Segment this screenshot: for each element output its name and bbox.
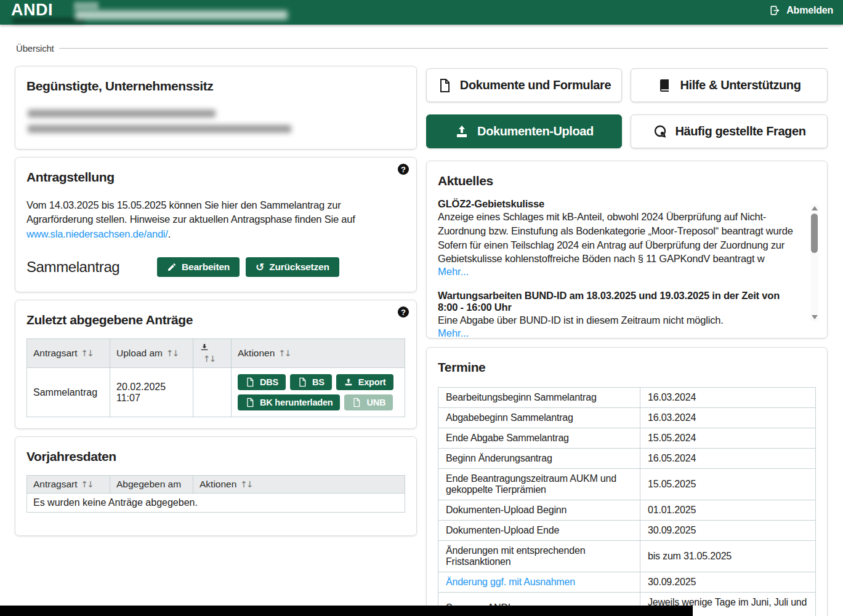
cell-download xyxy=(193,368,232,417)
redacted-logo-subtitle xyxy=(12,18,85,23)
sort-icon: ↑↓ xyxy=(203,354,215,364)
sammelantrag-row: Sammelantrag Bearbeiten ↺ Zurücksetzen xyxy=(26,257,405,277)
news-more-link[interactable]: Mehr... xyxy=(438,266,469,277)
appointment-label: Beginn Änderungsantrag xyxy=(438,449,640,469)
news-headline: GLÖZ2-Gebietskulisse xyxy=(438,198,800,210)
news-title: Aktuelles xyxy=(438,174,816,188)
app-logo[interactable]: ANDI xyxy=(11,1,53,19)
bs-button[interactable]: BS xyxy=(290,374,332,390)
appointment-value: 16.03.2024 xyxy=(640,408,816,428)
previous-year-card: Vorjahresdaten Antragsart↑↓ Abgegeben am… xyxy=(15,436,417,536)
news-item: GLÖZ2-Gebietskulisse Anzeige eines Schla… xyxy=(438,198,800,278)
col-label: Aktionen xyxy=(238,348,275,358)
appointment-label: Dokumenten-Upload Beginn xyxy=(438,500,640,521)
table-row: Es wurden keine Anträge abgegeben. xyxy=(27,494,405,513)
table-row: Ende Abgabe Sammelantrag15.05.2024 xyxy=(438,428,816,449)
table-row: Abgabebeginn Sammelantrag16.03.2024 xyxy=(438,408,816,428)
sort-icon: ↑↓ xyxy=(240,479,252,489)
document-upload-button[interactable]: Dokumenten-Upload xyxy=(426,114,622,148)
news-body: Anzeige eines Schlages mit kB-Anteil, ob… xyxy=(438,210,800,266)
bk-download-button[interactable]: BK herunterladen xyxy=(238,394,340,410)
previous-year-table: Antragsart↑↓ Abgegeben am Aktionen↑↓ Es … xyxy=(26,475,405,513)
col-header-aktionen[interactable]: Aktionen↑↓ xyxy=(193,476,405,494)
export-button[interactable]: Export xyxy=(336,374,393,390)
help-support-button[interactable]: Hilfe & Unterstützung xyxy=(631,68,828,102)
recent-applications-title: Zuletzt abgegebene Anträge xyxy=(26,313,405,327)
button-label: Hilfe & Unterstützung xyxy=(680,78,801,92)
scroll-down-icon[interactable] xyxy=(812,315,818,319)
quick-buttons: Dokumente und Formulare Hilfe & Unterstü… xyxy=(426,68,828,148)
intro-text: Vom 14.03.2025 bis 15.05.2025 können Sie… xyxy=(26,199,355,225)
col-header-antragsart[interactable]: Antragsart↑↓ xyxy=(27,476,110,494)
appointment-value: 30.09.2025 xyxy=(640,572,816,593)
button-label: BS xyxy=(312,377,325,387)
logout-button[interactable]: Abmelden xyxy=(769,4,833,17)
col-label: Antragsart xyxy=(33,348,78,358)
appointment-label: Ende Abgabe Sammelantrag xyxy=(438,428,640,449)
redaction-bar xyxy=(0,606,693,616)
appointment-value: 16.05.2024 xyxy=(640,449,816,469)
news-scrollbar[interactable] xyxy=(810,204,818,321)
edit-label: Bearbeiten xyxy=(182,262,230,273)
application-card: ? Antragstellung Vom 14.03.2025 bis 15.0… xyxy=(15,157,417,292)
help-icon[interactable]: ? xyxy=(398,306,409,318)
faq-button[interactable]: Häufig gestellte Fragen xyxy=(631,114,828,148)
table-row: Bearbeitungsbeginn Sammelantrag16.03.202… xyxy=(438,388,816,408)
appointment-label: Ende Beantragungszeitraum AUKM und gekop… xyxy=(438,469,640,500)
main-content: Begünstigte, Unternehmenssitz ? Antragst… xyxy=(0,66,843,616)
col-label: Upload am xyxy=(116,348,163,358)
help-icon[interactable]: ? xyxy=(398,164,409,175)
reset-button[interactable]: ↺ Zurücksetzen xyxy=(246,257,339,277)
appointment-label: Bearbeitungsbeginn Sammelantrag xyxy=(438,388,640,408)
empty-row-message: Es wurden keine Anträge abgegeben. xyxy=(27,494,405,513)
recent-applications-table: Antragsart↑↓ Upload am↑↓ ↑↓ Aktionen↑↓ S… xyxy=(26,338,405,417)
left-column: Begünstigte, Unternehmenssitz ? Antragst… xyxy=(15,66,417,543)
appointment-value: 01.01.2025 xyxy=(640,500,816,521)
table-row: Dokumenten-Upload Beginn01.01.2025 xyxy=(438,500,816,521)
sign-out-icon xyxy=(769,4,781,17)
edit-button[interactable]: Bearbeiten xyxy=(157,257,240,277)
pencil-icon xyxy=(167,262,177,272)
overview-fieldset: Übersicht xyxy=(15,43,828,58)
table-row: Sammelantrag 20.02.2025 11:07 DBS BS Exp… xyxy=(27,368,405,417)
cell-upload-am: 20.02.2025 11:07 xyxy=(110,368,193,417)
documents-forms-button[interactable]: Dokumente und Formulare xyxy=(426,68,622,102)
button-label: Häufig gestellte Fragen xyxy=(676,124,806,138)
download-tray-icon xyxy=(200,343,209,353)
scrollbar-thumb[interactable] xyxy=(811,214,818,253)
upload-icon xyxy=(344,377,353,387)
pdf-file-icon xyxy=(352,398,361,407)
col-header-abgegeben-am[interactable]: Abgegeben am xyxy=(110,476,193,494)
button-label: Dokumenten-Upload xyxy=(477,124,594,138)
news-card: Aktuelles GLÖZ2-Gebietskulisse Anzeige e… xyxy=(426,161,828,338)
application-title: Antragstellung xyxy=(26,170,405,185)
button-label: Export xyxy=(358,377,386,387)
appointments-table: Bearbeitungsbeginn Sammelantrag16.03.202… xyxy=(438,387,816,616)
button-label: UNB xyxy=(366,398,385,407)
comment-search-icon xyxy=(653,124,668,139)
cell-antragsart: Sammelantrag xyxy=(27,368,110,417)
col-header-antragsart[interactable]: Antragsart↑↓ xyxy=(27,339,110,368)
scroll-up-icon[interactable] xyxy=(812,206,818,210)
news-more-link[interactable]: Mehr... xyxy=(438,327,469,338)
andi-info-link[interactable]: www.sla.niedersachsen.de/andi/ xyxy=(26,228,168,239)
redacted-beneficiary-name xyxy=(28,110,216,118)
news-scroll-area[interactable]: GLÖZ2-Gebietskulisse Anzeige eines Schla… xyxy=(438,198,816,339)
button-label: DBS xyxy=(260,377,278,387)
book-icon xyxy=(657,78,672,93)
pdf-file-icon xyxy=(297,377,307,387)
news-headline: Wartungsarbeiten BUND-ID am 18.03.2025 u… xyxy=(438,290,800,313)
col-header-upload-am[interactable]: Upload am↑↓ xyxy=(110,339,193,368)
col-label: Aktionen xyxy=(200,479,236,489)
table-row: Beginn Änderungsantrag16.05.2024 xyxy=(438,449,816,469)
col-header-download[interactable]: ↑↓ xyxy=(193,339,232,368)
undo-icon: ↺ xyxy=(256,262,264,273)
upload-icon xyxy=(454,124,469,139)
appointment-value: 15.05.2024 xyxy=(640,428,816,449)
button-label: BK herunterladen xyxy=(260,398,333,407)
overview-legend: Übersicht xyxy=(15,43,59,54)
beneficiary-title: Begünstigte, Unternehmenssitz xyxy=(26,79,405,94)
appointment-label-link[interactable]: Änderung ggf. mit Ausnahmen xyxy=(438,572,640,593)
dbs-button[interactable]: DBS xyxy=(238,374,286,390)
col-header-aktionen[interactable]: Aktionen↑↓ xyxy=(232,339,405,368)
